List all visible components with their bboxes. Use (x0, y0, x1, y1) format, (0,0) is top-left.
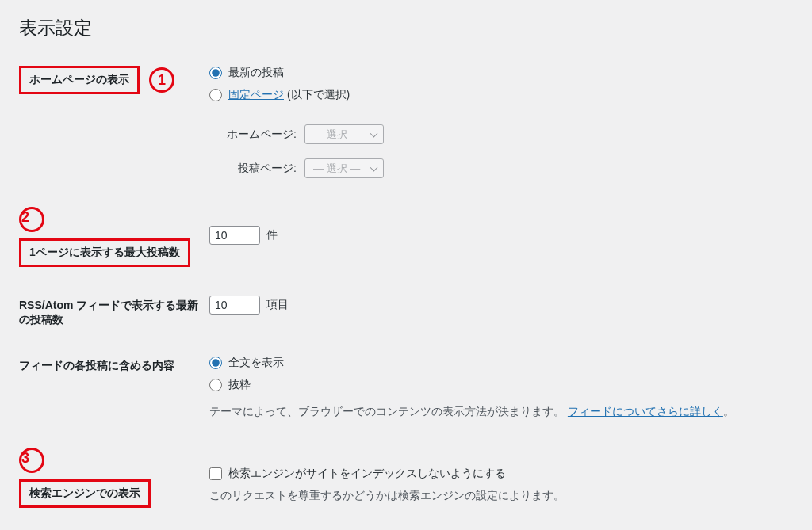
homepage-latest-posts-radio[interactable] (209, 67, 222, 79)
feed-excerpt-radio[interactable] (209, 379, 222, 391)
page-title: 表示設定 (19, 16, 793, 40)
posts-per-page-label: 1ページに表示する最大投稿数 (19, 238, 190, 267)
feed-excerpt-label: 抜粋 (228, 378, 251, 392)
rss-items-input[interactable] (209, 296, 260, 315)
feed-full-text-radio[interactable] (209, 357, 222, 369)
feed-learn-more-link[interactable]: フィードについてさらに詳しく (568, 405, 723, 418)
homepage-latest-posts-label: 最新の投稿 (228, 66, 284, 80)
annotation-one-icon: 1 (149, 67, 174, 93)
posts-per-page-input[interactable] (209, 226, 260, 245)
homepage-select[interactable]: — 選択 — (304, 124, 384, 144)
homepage-static-page-link[interactable]: 固定ページ (228, 88, 284, 101)
search-engine-noindex-checkbox[interactable] (209, 467, 222, 480)
search-engine-description: このリクエストを尊重するかどうかは検索エンジンの設定によります。 (209, 489, 785, 503)
homepage-select-label: ホームページ: (225, 128, 297, 142)
annotation-three-icon: 3 (19, 448, 44, 473)
feed-content-label: フィードの各投稿に含める内容 (19, 359, 174, 372)
search-engine-visibility-label: 検索エンジンでの表示 (19, 479, 151, 508)
feed-full-text-label: 全文を表示 (228, 356, 284, 370)
rss-items-unit: 項目 (266, 298, 289, 312)
annotation-two-icon: 2 (19, 207, 44, 232)
settings-form-table: ホームページの表示 1 最新の投稿 固定ページ (以下で選択) ホ (19, 58, 793, 524)
feed-content-description: テーマによって、ブラウザーでのコンテンツの表示方法が決まります。 フィードについ… (209, 405, 785, 419)
search-engine-noindex-label: 検索エンジンがサイトをインデックスしないようにする (228, 467, 506, 481)
posts-page-select[interactable]: — 選択 — (304, 158, 384, 178)
homepage-static-page-suffix: (以下で選択) (287, 88, 350, 101)
rss-items-label: RSS/Atom フィードで表示する最新の投稿数 (19, 299, 198, 326)
posts-per-page-unit: 件 (266, 228, 278, 242)
homepage-display-label: ホームページの表示 (19, 66, 140, 94)
posts-page-select-label: 投稿ページ: (225, 162, 297, 176)
homepage-static-page-radio[interactable] (209, 89, 222, 101)
